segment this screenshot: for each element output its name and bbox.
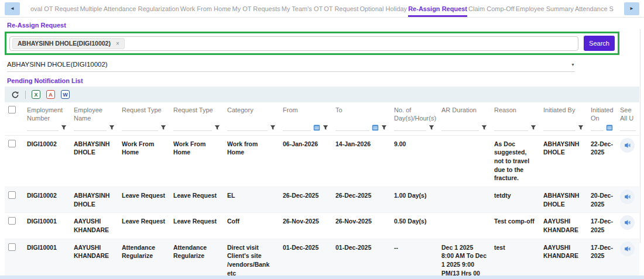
tab-multiple-attendance-regularization[interactable]: Multiple Attendance Regularization: [80, 0, 179, 17]
filter-funnel-icon[interactable]: [481, 125, 487, 131]
cell-from: 06-Jan-2026: [279, 135, 332, 187]
table-filter-row: [5, 123, 639, 136]
filter-to-date-input[interactable]: [335, 124, 369, 131]
cell-to: 26-Dec-2025: [332, 187, 390, 213]
calendar-icon[interactable]: [372, 124, 379, 131]
select-all-checkbox[interactable]: [8, 106, 16, 113]
col-from: From: [279, 102, 332, 123]
megaphone-icon[interactable]: [620, 242, 635, 256]
filter-funnel-icon[interactable]: [530, 125, 536, 131]
tab-ot-request[interactable]: OT Request: [324, 0, 358, 17]
filter-funnel-icon[interactable]: [429, 125, 434, 131]
pending-notification-list-title: Pending Notification List: [7, 77, 637, 84]
cell-ar-duration: [438, 213, 491, 239]
cell-to: 14-Jan-2026: [332, 135, 390, 187]
filter-funnel-icon[interactable]: [578, 125, 584, 131]
refresh-icon[interactable]: [11, 91, 19, 99]
table-row[interactable]: DIGI10002 ABHAYSINH DHOLE Work From Home…: [5, 135, 639, 187]
col-initiated-by: Initiated By: [540, 102, 587, 123]
megaphone-icon[interactable]: [620, 138, 635, 153]
cell-request-type-2: Leave Request: [170, 187, 224, 213]
cell-employment-number: DIGI10002: [23, 135, 70, 187]
tab-my-teams-ot[interactable]: My Team's OT: [282, 0, 323, 17]
employee-select-value: ABHAYSINH DHOLE(DIGI10002): [7, 61, 108, 68]
filter-funnel-icon[interactable]: [214, 125, 220, 131]
tab-bar: ◄ oval OT Request Multiple Attendance Re…: [0, 0, 644, 18]
megaphone-icon[interactable]: [620, 215, 635, 230]
export-word-icon[interactable]: W: [61, 90, 70, 99]
table-row[interactable]: DIGI10001 AAYUSHI KHANDARE Attendance Re…: [5, 239, 639, 279]
table-row[interactable]: DIGI10001 AAYUSHI KHANDARE Leave Request…: [5, 213, 639, 239]
cell-request-type-2: Work From Home: [170, 135, 224, 187]
col-employment-number: Employment Number: [23, 102, 70, 123]
search-button[interactable]: Search: [584, 36, 615, 51]
cell-initiated-on: 22-Dec-2025: [587, 135, 616, 187]
tab-employee-summary[interactable]: Employee Summary: [516, 0, 574, 17]
row-checkbox[interactable]: [8, 243, 16, 251]
cell-initiated-by: ABHAYSINH DHOLE: [540, 187, 587, 213]
filter-see-all-input[interactable]: [620, 124, 636, 131]
tab-claim-comp-off[interactable]: Claim Comp-Off: [468, 0, 515, 17]
filter-funnel-icon[interactable]: [61, 125, 67, 131]
tab-re-assign-request[interactable]: Re-Assign Request: [408, 0, 467, 17]
tab-work-from-home[interactable]: Work From Home: [180, 0, 231, 17]
cell-employee-name: AAYUSHI KHANDARE: [70, 213, 118, 239]
cell-request-type-2: Leave Request: [170, 213, 224, 239]
cell-initiated-on: 17-Dec-2025: [587, 213, 616, 239]
filter-category-input[interactable]: [227, 124, 268, 131]
cell-initiated-by: AAYUSHI KHANDARE: [540, 213, 587, 239]
col-request-type-1: Request Type: [118, 102, 170, 123]
calendar-icon[interactable]: [606, 124, 613, 131]
calendar-icon[interactable]: [313, 124, 320, 131]
cell-to: 01-Dec-2025: [332, 239, 390, 279]
filter-reason-input[interactable]: [494, 124, 528, 131]
filter-funnel-icon[interactable]: [109, 125, 115, 131]
cell-from: 26-Nov-2025: [279, 213, 332, 239]
export-excel-icon[interactable]: X: [32, 90, 40, 99]
table-row[interactable]: DIGI10002 ABHAYSINH DHOLE Leave Request …: [5, 187, 639, 213]
row-checkbox[interactable]: [8, 140, 16, 147]
filter-funnel-icon[interactable]: [381, 125, 387, 131]
export-pdf-icon[interactable]: A: [46, 90, 55, 99]
cell-from: 26-Dec-2025: [279, 187, 332, 213]
tabs-scroll-right-button[interactable]: ►: [624, 2, 639, 15]
chevron-down-icon: ▼: [571, 63, 575, 67]
col-ar-duration: AR Duration: [438, 102, 491, 123]
row-checkbox[interactable]: [8, 217, 16, 225]
filter-initiated-on-input[interactable]: [591, 124, 604, 131]
filter-from-date-input[interactable]: [283, 124, 311, 131]
megaphone-icon[interactable]: [620, 190, 635, 204]
cell-reason: tetdty: [491, 187, 540, 213]
filter-funnel-icon[interactable]: [323, 125, 328, 131]
annotation-search-highlight: ABHAYSINH DHOLE(DIGI10002) × Search: [5, 32, 619, 55]
filter-initiated-by-input[interactable]: [543, 124, 576, 131]
cell-to: 26-Nov-2025: [332, 213, 390, 239]
filter-employee-name-input[interactable]: [74, 124, 107, 131]
chip-remove-icon[interactable]: ×: [116, 40, 119, 47]
cell-initiated-by: AAYUSHI KHANDARE: [540, 239, 587, 279]
filter-days-input[interactable]: [394, 124, 426, 131]
filter-funnel-icon[interactable]: [160, 125, 166, 131]
filter-ar-duration-input[interactable]: [441, 124, 479, 131]
cell-ar-duration: [438, 187, 491, 213]
cell-days: 0.50 Day(s): [390, 213, 438, 239]
grid-toolbar: X A W: [5, 87, 639, 102]
employee-select-dropdown[interactable]: ABHAYSINH DHOLE(DIGI10002) ▼: [7, 61, 575, 72]
filter-funnel-icon[interactable]: [270, 125, 276, 131]
tabs-scroll-left-button[interactable]: ◄: [5, 2, 20, 15]
tab-optional-holiday[interactable]: Optional Holiday: [359, 0, 407, 17]
employee-multiselect-input[interactable]: ABHAYSINH DHOLE(DIGI10002) ×: [9, 36, 578, 51]
col-to: To: [332, 102, 390, 123]
cell-days: 9.00: [390, 135, 438, 187]
pending-notification-table: Employment Number Employee Name Request …: [5, 102, 639, 279]
tab-my-ot-requests[interactable]: My OT Requests: [232, 0, 280, 17]
filter-employment-number-input[interactable]: [27, 124, 59, 131]
filter-request-type2-input[interactable]: [173, 124, 212, 131]
tab-attendance-s[interactable]: Attendance S: [575, 0, 614, 17]
row-checkbox[interactable]: [8, 191, 16, 199]
filter-request-type-input[interactable]: [122, 124, 158, 131]
cell-employee-name: ABHAYSINH DHOLE: [70, 187, 118, 213]
table-header-row: Employment Number Employee Name Request …: [5, 102, 639, 123]
tab-approval-ot-request[interactable]: oval OT Request: [30, 0, 78, 17]
cell-category: Coff: [224, 213, 279, 239]
